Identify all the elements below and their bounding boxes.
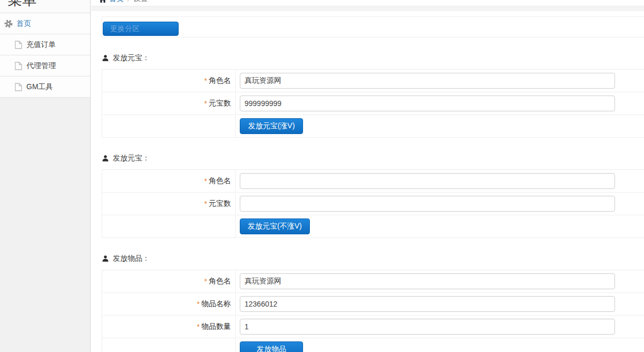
field-label-cell <box>102 338 236 352</box>
role-name-input[interactable] <box>240 273 615 289</box>
form-table: * 角色名 * 元宝数 <box>102 169 644 238</box>
breadcrumb-home-label: 首页 <box>109 0 124 4</box>
required-marker: * <box>204 199 207 208</box>
form-row: * 角色名 <box>102 270 644 293</box>
field-label: 角色名 <box>209 76 231 85</box>
field-label-cell: * 角色名 <box>102 270 236 292</box>
field-input-cell <box>236 92 644 115</box>
user-icon <box>102 54 109 62</box>
sidebar-title-text: 菜单 <box>8 0 90 7</box>
sidebar-item-recharge-orders[interactable]: 充值订单 <box>0 34 90 55</box>
role-name-input[interactable] <box>240 73 615 89</box>
field-label: 角色名 <box>209 176 231 186</box>
role-name-input[interactable] <box>240 173 615 189</box>
field-input-cell <box>236 70 644 92</box>
required-marker: * <box>204 277 207 286</box>
form-row: 发放物品 <box>102 338 644 352</box>
file-icon <box>15 41 22 49</box>
required-marker: * <box>204 99 207 108</box>
form-row: * 角色名 <box>102 70 644 92</box>
field-label: 角色名 <box>209 277 231 286</box>
required-marker: * <box>204 77 207 85</box>
form-row: * 物品数量 <box>102 316 644 338</box>
field-label-cell: * 物品数量 <box>102 316 236 338</box>
form-row: 发放元宝(涨V) <box>102 115 644 138</box>
field-input-cell <box>236 293 644 315</box>
section-title-text: 发放物品： <box>113 254 150 263</box>
section-title: 发放元宝： <box>102 154 644 163</box>
section-title: 发放元宝： <box>102 53 644 63</box>
required-marker: * <box>197 300 200 308</box>
sidebar-item-home[interactable]: 首页 <box>0 13 90 34</box>
field-label: 物品数量 <box>201 322 231 331</box>
sidebar: 菜单 首页 充值订 <box>0 0 91 352</box>
breadcrumb-home-link[interactable]: 首页 <box>99 0 124 4</box>
field-label: 元宝数 <box>209 99 231 108</box>
form-table: * 角色名 * 元宝数 <box>102 69 644 138</box>
sidebar-title: 菜单 <box>0 0 90 13</box>
field-label-cell: * 元宝数 <box>102 92 236 115</box>
sidebar-menu: 菜单 首页 充值订 <box>0 0 90 98</box>
form-row: * 元宝数 <box>102 193 644 215</box>
item-name-input[interactable] <box>240 296 615 312</box>
form-table: * 角色名 * 物品名称 <box>102 270 644 352</box>
section-title-text: 发放元宝： <box>113 53 150 63</box>
form-row: 发放元宝(不涨V) <box>102 215 644 238</box>
file-icon <box>15 83 22 91</box>
field-input-cell <box>236 170 644 192</box>
issue-items-button[interactable]: 发放物品 <box>240 341 303 352</box>
field-label-cell <box>102 115 236 137</box>
sidebar-item-label: 充值订单 <box>26 40 56 50</box>
required-marker: * <box>197 322 200 331</box>
section-title-text: 发放元宝： <box>113 154 150 163</box>
sidebar-item-label: GM工具 <box>26 82 53 92</box>
content-gap <box>91 6 644 11</box>
file-icon <box>15 62 22 70</box>
sidebar-item-label: 首页 <box>16 19 31 28</box>
user-icon <box>102 255 109 262</box>
toolbar-row: 更换分区 <box>102 16 644 37</box>
screen: 菜单 首页 充值订 <box>0 0 644 352</box>
main-area: 首页 / 设置 更换分区 发放元 <box>91 0 644 352</box>
section-title: 发放物品： <box>102 254 644 263</box>
field-input-cell <box>236 270 644 292</box>
breadcrumb: 首页 / 设置 <box>91 0 644 6</box>
section-issue-yuanbao-no-v: 发放元宝： * 角色名 * <box>102 154 644 238</box>
form-row: * 角色名 <box>102 170 644 193</box>
sidebar-item-label: 代理管理 <box>26 61 56 71</box>
field-label-cell: * 角色名 <box>102 170 236 192</box>
yuanbao-amount-input[interactable] <box>240 196 615 212</box>
required-marker: * <box>204 177 207 185</box>
breadcrumb-separator: / <box>128 0 130 3</box>
form-row: * 元宝数 <box>102 92 644 115</box>
issue-yuanbao-v-button[interactable]: 发放元宝(涨V) <box>240 118 303 134</box>
change-partition-button[interactable]: 更换分区 <box>103 22 179 36</box>
field-label: 物品名称 <box>201 299 231 309</box>
breadcrumb-current: 设置 <box>133 0 148 4</box>
section-issue-items: 发放物品： * 角色名 * <box>102 254 644 352</box>
field-input-cell <box>236 316 644 338</box>
content-panel: 更换分区 发放元宝： * <box>91 11 644 352</box>
issue-yuanbao-no-v-button[interactable]: 发放元宝(不涨V) <box>240 218 310 234</box>
item-quantity-input[interactable] <box>240 319 615 335</box>
field-input-cell: 发放元宝(不涨V) <box>236 215 644 237</box>
user-icon <box>102 155 109 162</box>
field-label-cell: * 角色名 <box>102 70 236 92</box>
section-issue-yuanbao-v: 发放元宝： * 角色名 * <box>102 53 644 138</box>
sidebar-item-agent-management[interactable]: 代理管理 <box>0 55 90 77</box>
field-label-cell: * 物品名称 <box>102 293 236 315</box>
field-input-cell: 发放物品 <box>236 338 644 352</box>
field-label: 元宝数 <box>209 199 231 208</box>
yuanbao-amount-input[interactable] <box>240 96 615 111</box>
field-label-cell <box>102 215 236 237</box>
field-input-cell <box>236 193 644 215</box>
form-row: * 物品名称 <box>102 293 644 316</box>
field-input-cell: 发放元宝(涨V) <box>236 115 644 137</box>
field-label-cell: * 元宝数 <box>102 193 236 215</box>
home-icon <box>99 0 106 3</box>
sidebar-item-gm-tools[interactable]: GM工具 <box>0 77 90 98</box>
gear-icon <box>4 20 13 28</box>
